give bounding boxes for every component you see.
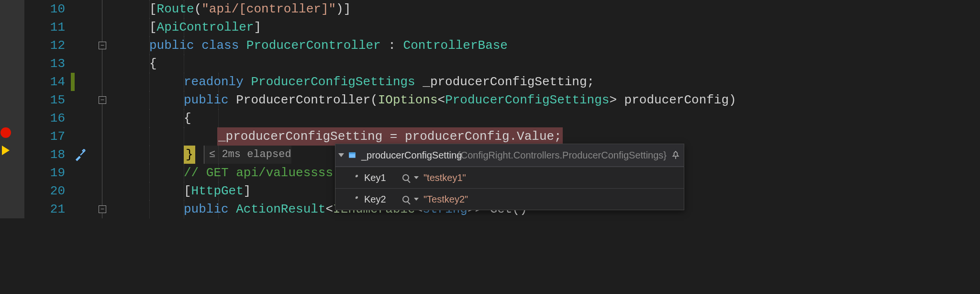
interface-name: IOptions — [378, 93, 438, 107]
datatip-key: Key2 — [364, 190, 398, 208]
current-execution-highlight: } — [184, 146, 195, 164]
datatip-variable-name: _producerConfigSetting — [361, 146, 453, 164]
breakpoint-icon[interactable] — [0, 127, 11, 138]
change-marker — [71, 73, 75, 91]
keyword: public — [184, 202, 229, 216]
line-number: 20 — [25, 182, 71, 200]
code-line[interactable]: 15 − public ProducerController(IOptions<… — [0, 91, 980, 109]
constructor-name: ProducerController — [236, 93, 370, 107]
code-line[interactable]: 11 [ApiController] — [0, 18, 980, 36]
line-number: 17 — [25, 127, 71, 146]
datatip-value: "Testkey2" — [423, 190, 468, 208]
type-name: ActionResult — [236, 202, 325, 216]
code-line[interactable]: 14 readonly ProducerConfigSettings _prod… — [0, 73, 980, 91]
parameter: producerConfig) — [617, 93, 736, 107]
statement: _producerConfigSetting = producerConfig.… — [218, 129, 562, 144]
svg-rect-1 — [349, 152, 356, 154]
chevron-down-icon[interactable] — [414, 176, 419, 179]
datatip-value: "testkey1" — [423, 169, 466, 187]
code-line[interactable]: 17 _producerConfigSetting = producerConf… — [0, 127, 980, 146]
code-line[interactable]: 13 { — [0, 55, 980, 73]
code-line[interactable]: 16 { — [0, 109, 980, 127]
line-number: 14 — [25, 73, 71, 91]
datatip-row[interactable]: Key2 "Testkey2" — [335, 188, 684, 210]
line-number: 11 — [25, 18, 71, 36]
fold-toggle[interactable]: − — [99, 205, 106, 213]
type-name: ProducerConfigSettings — [445, 93, 609, 107]
chevron-down-icon[interactable] — [414, 198, 419, 201]
line-number: 16 — [25, 109, 71, 127]
type-name: Route — [157, 2, 194, 16]
keyword: public — [184, 93, 229, 107]
pin-icon[interactable] — [671, 151, 680, 159]
line-number: 19 — [25, 164, 71, 182]
fold-toggle[interactable]: − — [99, 42, 106, 49]
expand-toggle-icon[interactable] — [338, 153, 344, 157]
wrench-icon — [351, 173, 359, 182]
datatip-value: {ConfigRight.Controllers.ProducerConfigS… — [457, 146, 667, 164]
magnifier-icon[interactable] — [402, 196, 409, 203]
type-name: HttpGet — [191, 184, 244, 198]
perf-tip[interactable]: ≤ 2ms elapsed — [204, 146, 291, 164]
line-number: 18 — [25, 146, 71, 164]
quick-action-icon[interactable] — [74, 148, 87, 162]
debugger-datatip[interactable]: _producerConfigSetting {ConfigRight.Cont… — [335, 144, 684, 210]
comment: // GET api/valuessss — [184, 166, 333, 180]
current-line-arrow-icon — [2, 146, 10, 155]
string-literal: "api/[controller]" — [201, 2, 336, 16]
bracket: [ — [149, 2, 157, 16]
line-number: 13 — [25, 55, 71, 73]
datatip-header[interactable]: _producerConfigSetting {ConfigRight.Cont… — [335, 144, 684, 167]
line-number: 12 — [25, 36, 71, 55]
type-name: ProducerConfigSettings — [251, 75, 415, 89]
breakpoint-highlight: _producerConfigSetting = producerConfig.… — [217, 127, 563, 146]
type-name: ControllerBase — [403, 38, 508, 53]
fold-toggle[interactable]: − — [99, 96, 106, 104]
code-line[interactable]: 10 [Route("api/[controller]")] — [0, 0, 980, 18]
code-editor[interactable]: 10 [Route("api/[controller]")] 11 [ApiCo… — [0, 0, 980, 294]
keyword: class — [201, 38, 239, 53]
code-line[interactable]: 12 − public class ProducerController : C… — [0, 36, 980, 55]
type-name: ApiController — [157, 20, 254, 34]
keyword: readonly — [184, 75, 244, 89]
line-number: 21 — [25, 200, 71, 218]
line-number: 15 — [25, 91, 71, 109]
wrench-icon — [351, 195, 359, 204]
type-name: ProducerController — [246, 38, 381, 53]
line-number: 10 — [25, 0, 71, 18]
magnifier-icon[interactable] — [402, 174, 409, 181]
keyword: public — [149, 38, 194, 53]
field-icon — [348, 151, 356, 159]
datatip-row[interactable]: Key1 "testkey1" — [335, 167, 684, 188]
identifier: _producerConfigSetting; — [415, 75, 594, 89]
datatip-key: Key1 — [364, 169, 398, 187]
